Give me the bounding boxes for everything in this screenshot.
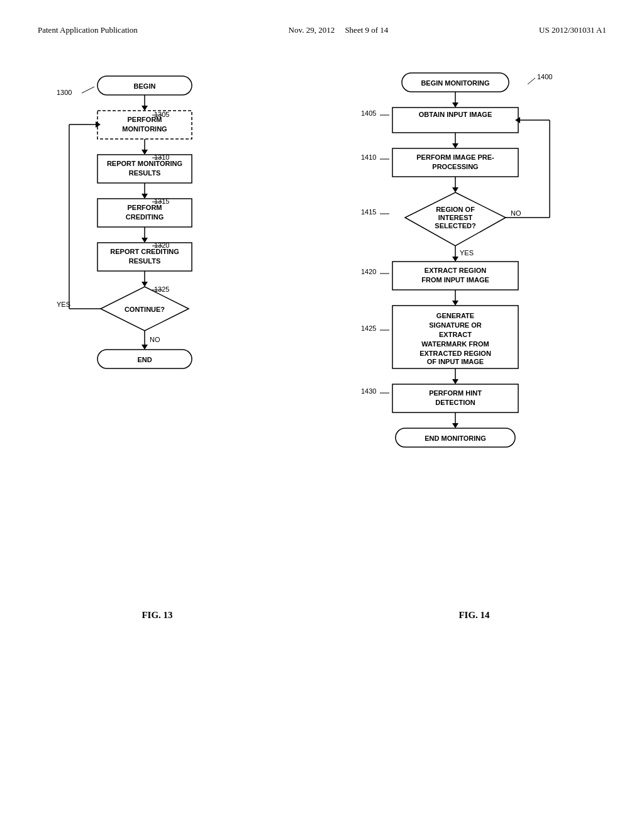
svg-marker-48 — [452, 257, 458, 262]
svg-marker-40 — [452, 187, 458, 192]
main-content: 1300 BEGIN 1305 PERFORM MONITORING — [38, 60, 606, 597]
fig13-svg: 1300 BEGIN 1305 PERFORM MONITORING — [50, 60, 264, 501]
svg-marker-7 — [142, 150, 148, 155]
svg-marker-56 — [452, 379, 458, 384]
report-monitoring-label: REPORT MONITORING — [107, 160, 182, 167]
step-1325: 1325 — [154, 285, 169, 293]
fig13-label: FIG. 13 — [142, 610, 172, 620]
svg-line-0 — [82, 87, 94, 93]
step-1425: 1425 — [361, 324, 376, 332]
svg-marker-23 — [142, 345, 148, 350]
perform-hint-label: PERFORM HINT — [429, 389, 482, 397]
svg-marker-32 — [452, 102, 458, 108]
fig14-ref: 1400 — [537, 73, 552, 80]
perform-hint-label2: DETECTION — [435, 399, 475, 406]
obtain-input-label: OBTAIN INPUT IMAGE — [419, 111, 492, 118]
svg-marker-28 — [96, 121, 101, 128]
report-crediting-label: REPORT CREDITING — [110, 248, 179, 255]
sheet-info: Sheet 9 of 14 — [345, 25, 388, 35]
yes-label-14: YES — [460, 249, 474, 257]
header-center: Nov. 29, 2012 Sheet 9 of 14 — [289, 25, 389, 35]
fig14-svg: 1400 BEGIN MONITORING 1405 OBTAIN INPUT … — [355, 60, 594, 595]
svg-marker-36 — [452, 143, 458, 148]
figure-labels: FIG. 13 FIG. 14 — [38, 610, 606, 621]
svg-marker-52 — [452, 301, 458, 306]
generate-sig-label5: EXTRACTED REGION — [419, 350, 491, 357]
region-interest-label3: SELECTED? — [435, 222, 476, 230]
region-interest-label: REGION OF — [436, 206, 475, 213]
generate-sig-label: GENERATE — [436, 312, 474, 319]
fig13-label-container: FIG. 13 — [50, 610, 264, 621]
perform-monitoring-label: PERFORM — [128, 116, 162, 123]
end-label: END — [137, 356, 152, 363]
end-monitoring-label: END MONITORING — [425, 434, 486, 442]
svg-marker-3 — [142, 106, 148, 111]
perform-image-pre-label: PERFORM IMAGE PRE- — [416, 153, 494, 161]
svg-line-29 — [528, 78, 535, 84]
svg-marker-11 — [142, 194, 148, 199]
report-monitoring-label2: RESULTS — [129, 169, 161, 177]
generate-sig-label4: WATERMARK FROM — [421, 340, 489, 348]
svg-marker-60 — [452, 423, 458, 428]
generate-sig-label6: OF INPUT IMAGE — [427, 358, 484, 365]
perform-crediting-label: PERFORM — [128, 204, 162, 211]
patent-number: US 2012/301031 A1 — [539, 25, 606, 35]
yes-label: YES — [57, 301, 70, 308]
region-interest-label2: INTEREST — [438, 214, 473, 221]
no-label: NO — [150, 336, 160, 343]
begin-monitoring-label: BEGIN MONITORING — [421, 79, 489, 87]
perform-monitoring-label2: MONITORING — [122, 125, 167, 133]
svg-marker-19 — [142, 282, 148, 287]
svg-marker-46 — [515, 117, 520, 123]
generate-sig-label2: SIGNATURE OR — [429, 321, 482, 329]
continue-label: CONTINUE? — [125, 306, 165, 313]
fig13-ref: 1300 — [57, 89, 72, 96]
no-label-14: NO — [511, 209, 521, 217]
header-right: US 2012/301031 A1 — [539, 25, 606, 35]
publication-date: Nov. 29, 2012 — [289, 25, 335, 35]
page-header: Patent Application Publication Nov. 29, … — [38, 25, 606, 35]
step-1410: 1410 — [361, 153, 376, 161]
generate-sig-label3: EXTRACT — [439, 331, 472, 338]
flowchart-fig14: 1400 BEGIN MONITORING 1405 OBTAIN INPUT … — [355, 60, 594, 597]
report-crediting-label2: RESULTS — [129, 257, 161, 265]
step-1405: 1405 — [361, 109, 376, 117]
begin-label: BEGIN — [134, 82, 156, 90]
header-left: Patent Application Publication — [38, 25, 138, 35]
perform-crediting-label2: CREDITING — [126, 213, 164, 221]
step-1415: 1415 — [361, 208, 376, 216]
step-1430: 1430 — [361, 387, 376, 395]
extract-region-label: EXTRACT REGION — [425, 267, 486, 274]
svg-marker-15 — [142, 238, 148, 243]
extract-region-label2: FROM INPUT IMAGE — [421, 276, 489, 284]
publication-label: Patent Application Publication — [38, 25, 138, 35]
fig14-label-container: FIG. 14 — [355, 610, 594, 621]
step-1420: 1420 — [361, 268, 376, 275]
perform-image-pre-label2: PROCESSING — [432, 163, 478, 170]
page: Patent Application Publication Nov. 29, … — [0, 0, 644, 830]
fig14-label: FIG. 14 — [458, 610, 489, 620]
flowchart-fig13: 1300 BEGIN 1305 PERFORM MONITORING — [50, 60, 264, 503]
